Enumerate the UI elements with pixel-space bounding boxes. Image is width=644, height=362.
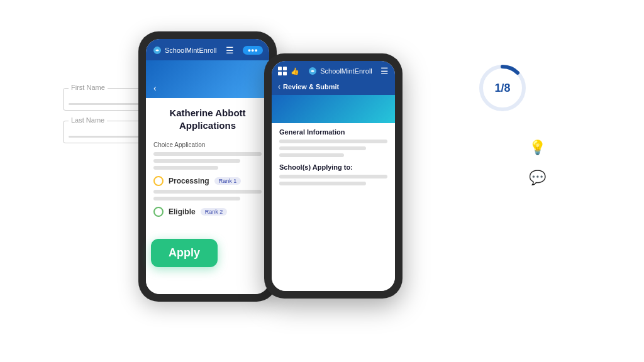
- eligible-status-row: Eligible Rank 2: [153, 207, 262, 217]
- grid-dot-4: [283, 72, 287, 75]
- phone2-menu-icon[interactable]: ☰: [380, 66, 389, 76]
- p2-skeleton3: [279, 153, 344, 157]
- phone2: 👍 SchoolMintEnroll ☰ ‹ Review & Submit: [264, 53, 402, 299]
- p2-skeleton4: [279, 175, 387, 178]
- phone1-blue-bar: ‹: [146, 60, 269, 98]
- phone1-logo-text: SchoolMintEnroll: [165, 47, 217, 54]
- skeleton1: [153, 152, 262, 156]
- processing-status-circle: [153, 176, 164, 186]
- skeleton4: [153, 190, 262, 194]
- phone2-screen: 👍 SchoolMintEnroll ☰ ‹ Review & Submit: [272, 61, 395, 291]
- phone2-logo: SchoolMintEnroll: [308, 66, 372, 76]
- first-name-label: First Name: [69, 84, 108, 91]
- phone2-blue-banner: [272, 95, 395, 123]
- phone1-title: Katherine Abbott Applications: [153, 107, 262, 131]
- progress-text: 1/8: [494, 82, 510, 95]
- first-name-input-line: [69, 103, 148, 105]
- processing-status-row: Processing Rank 1: [153, 176, 262, 186]
- schools-title: School(s) Applying to:: [279, 163, 387, 171]
- grid-icon: [278, 67, 287, 75]
- phone1-menu-icon[interactable]: ☰: [226, 45, 234, 55]
- last-name-label: Last Name: [69, 116, 107, 124]
- phone2-header-icons: 👍: [278, 67, 299, 75]
- eligible-status-text: Eligible: [169, 207, 196, 216]
- processing-status-text: Processing: [169, 177, 209, 185]
- phone2-nav-title: Review & Submit: [283, 83, 339, 90]
- chat-icon: 💬: [529, 170, 546, 186]
- side-icons: 💡 💬: [528, 138, 547, 187]
- progress-circle: 1/8: [477, 63, 528, 113]
- phone1-back-arrow[interactable]: ‹: [153, 83, 157, 93]
- skeleton3: [153, 166, 218, 170]
- grid-dot-2: [283, 67, 287, 70]
- p2-skeleton1: [279, 140, 387, 143]
- schoolmint-logo-icon: [152, 45, 162, 55]
- skeleton5: [153, 197, 240, 200]
- p2-skeleton5: [279, 182, 366, 185]
- p2-skeleton2: [279, 146, 366, 150]
- apply-button[interactable]: Apply: [151, 239, 218, 267]
- general-info-title: General Information: [279, 128, 387, 136]
- thumb-icon: 👍: [291, 67, 299, 75]
- rank1-badge: Rank 1: [214, 177, 242, 185]
- phone1-logo: SchoolMintEnroll: [152, 45, 217, 55]
- skeleton2: [153, 159, 240, 163]
- grid-dot-3: [278, 72, 282, 75]
- phone2-back-arrow[interactable]: ‹: [278, 82, 280, 91]
- grid-dot-1: [278, 67, 282, 70]
- eligible-status-circle: [153, 207, 164, 217]
- scene: First Name Last Name SchoolMintEnroll: [0, 0, 644, 362]
- phone1-header: SchoolMintEnroll ☰ ●●●: [146, 39, 269, 60]
- phone1-content: Choice Application Processing Rank 1 Eli…: [146, 136, 269, 294]
- bulb-icon: 💡: [529, 140, 546, 156]
- phone1-title-area: Katherine Abbott Applications: [146, 98, 269, 136]
- bulb-icon-container[interactable]: 💡: [528, 138, 547, 157]
- last-name-input-line: [69, 136, 148, 138]
- phone1-header-btn[interactable]: ●●●: [243, 46, 263, 55]
- choice-label: Choice Application: [153, 141, 262, 148]
- phone2-logo-icon: [308, 66, 318, 76]
- phone2-logo-text: SchoolMintEnroll: [320, 67, 372, 75]
- phone2-content: General Information School(s) Applying t…: [272, 123, 395, 291]
- chat-icon-container[interactable]: 💬: [528, 168, 547, 187]
- phone2-header: 👍 SchoolMintEnroll ☰: [272, 61, 395, 80]
- phone2-nav: ‹ Review & Submit: [272, 80, 395, 95]
- rank2-badge: Rank 2: [201, 208, 228, 216]
